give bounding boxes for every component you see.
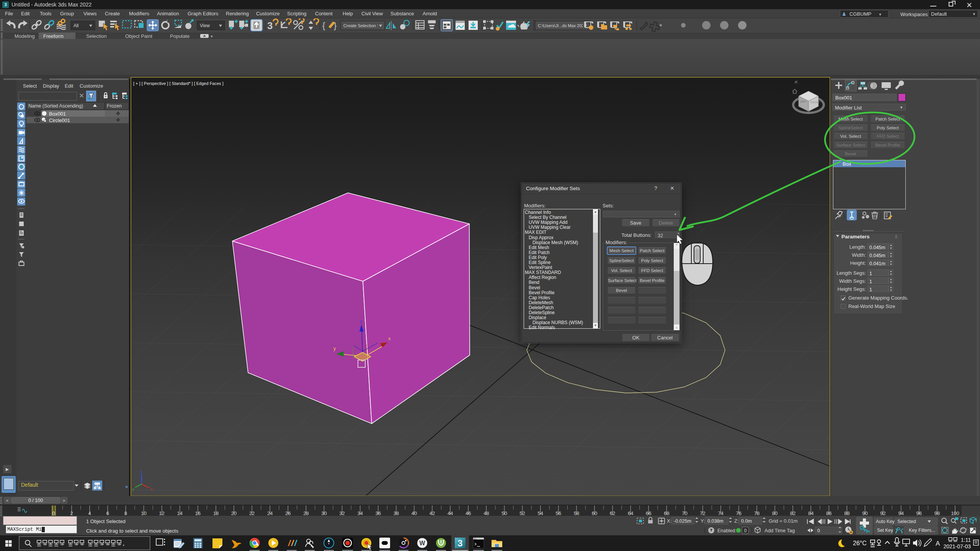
svg-text:40: 40: [412, 510, 417, 516]
svg-text:34: 34: [357, 510, 363, 516]
svg-text:FRONT: FRONT: [810, 101, 820, 104]
svg-text:22: 22: [249, 510, 255, 516]
svg-text:3: 3: [267, 20, 273, 31]
svg-text:2021-07-03: 2021-07-03: [943, 543, 971, 549]
svg-text:46: 46: [466, 510, 471, 516]
svg-text:66: 66: [646, 510, 651, 516]
svg-text:96: 96: [916, 510, 922, 516]
svg-text:54: 54: [537, 510, 543, 516]
svg-text:72: 72: [700, 510, 705, 516]
svg-text:10: 10: [141, 510, 146, 516]
svg-text:y: y: [333, 346, 336, 351]
svg-text:16: 16: [195, 510, 201, 516]
svg-text:80: 80: [772, 510, 777, 516]
svg-text:2: 2: [70, 510, 73, 516]
svg-text:Enabled:: Enabled:: [717, 528, 736, 533]
svg-text:LEFT: LEFT: [800, 100, 807, 103]
svg-text:}: }: [334, 21, 336, 30]
svg-text:86: 86: [826, 510, 831, 516]
svg-text:32: 32: [339, 510, 345, 516]
svg-text:z: z: [140, 469, 142, 474]
svg-text:0.0m: 0.0m: [741, 518, 752, 524]
svg-text:24: 24: [267, 510, 273, 516]
svg-text:Z:: Z:: [734, 518, 739, 524]
svg-text:26°C: 26°C: [853, 540, 867, 546]
svg-text:{: {: [322, 21, 325, 30]
svg-text:68: 68: [664, 510, 669, 516]
svg-text:Selected: Selected: [897, 519, 916, 524]
svg-text:A: A: [936, 540, 940, 547]
svg-text:3: 3: [457, 538, 462, 548]
svg-text:Key Filters...: Key Filters...: [909, 528, 935, 533]
svg-text:88: 88: [844, 510, 849, 516]
svg-text:26: 26: [285, 510, 291, 516]
svg-text:44: 44: [448, 510, 453, 516]
svg-text:Set Key: Set Key: [877, 528, 893, 533]
svg-text:Y:: Y:: [701, 518, 705, 524]
svg-text:All: All: [74, 23, 78, 28]
svg-text:62: 62: [610, 510, 615, 516]
svg-text:0: 0: [817, 528, 820, 533]
svg-text:84: 84: [808, 510, 813, 516]
svg-text:0.038m: 0.038m: [707, 518, 724, 524]
svg-text:6: 6: [106, 510, 109, 516]
svg-text:58: 58: [574, 510, 579, 516]
svg-text:28: 28: [303, 510, 309, 516]
svg-text:z: z: [360, 319, 363, 324]
svg-text:View: View: [200, 23, 210, 28]
svg-text:70: 70: [682, 510, 687, 516]
svg-text:20: 20: [231, 510, 237, 516]
svg-text:y: y: [132, 487, 134, 491]
svg-text:8: 8: [124, 510, 127, 516]
svg-text:x: x: [388, 336, 391, 341]
svg-text:X:: X:: [667, 518, 671, 524]
svg-text:76: 76: [736, 510, 742, 516]
svg-text:0: 0: [744, 528, 747, 533]
svg-text:30: 30: [321, 510, 327, 516]
svg-text:[ + ] [ Perspective ] [ Standa: [ + ] [ Perspective ] [ Standard* ] [ Ed…: [133, 81, 224, 86]
svg-text:-0.025m: -0.025m: [674, 518, 691, 524]
svg-text:100: 100: [951, 510, 959, 516]
svg-text:C:\Users\JI...ds Max 2022: C:\Users\JI...ds Max 2022: [538, 23, 586, 28]
svg-text:38: 38: [394, 510, 399, 516]
svg-text:18: 18: [213, 510, 219, 516]
svg-text:36: 36: [376, 510, 381, 516]
svg-text:82: 82: [790, 510, 795, 516]
svg-text:0: 0: [52, 510, 55, 516]
svg-text:60: 60: [592, 510, 597, 516]
svg-text:42: 42: [430, 510, 435, 516]
svg-text:Add Time Tag: Add Time Tag: [764, 528, 795, 533]
svg-text:98: 98: [934, 510, 940, 516]
svg-text:56: 56: [556, 510, 561, 516]
svg-text:4: 4: [88, 510, 91, 516]
svg-text:48: 48: [483, 510, 489, 516]
svg-text:1:11: 1:11: [961, 537, 971, 543]
svg-text:Auto Key: Auto Key: [876, 519, 895, 524]
svg-text:52: 52: [519, 510, 525, 516]
svg-text:90: 90: [862, 510, 867, 516]
svg-text:74: 74: [718, 510, 723, 516]
svg-text:50: 50: [501, 510, 507, 516]
svg-text:x: x: [150, 487, 153, 491]
svg-text:C:\_: C:\_: [474, 538, 477, 540]
svg-text:12: 12: [159, 510, 164, 516]
svg-text:W: W: [419, 540, 425, 546]
svg-text:78: 78: [754, 510, 760, 516]
svg-text:92: 92: [880, 510, 885, 516]
svg-text:14: 14: [177, 510, 182, 516]
svg-text:Grid = 0.01m: Grid = 0.01m: [769, 518, 798, 524]
svg-text:64: 64: [628, 510, 633, 516]
svg-text:94: 94: [898, 510, 903, 516]
